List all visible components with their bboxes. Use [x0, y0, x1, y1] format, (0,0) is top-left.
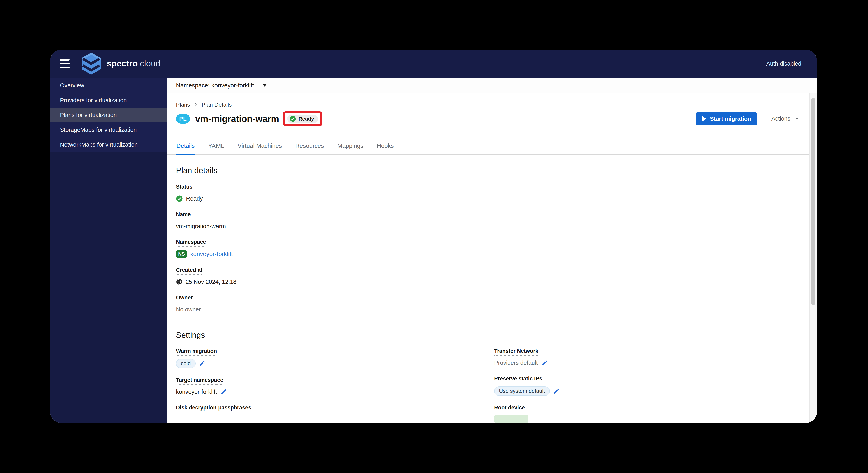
brand-light: cloud: [140, 59, 160, 68]
status-value: Ready: [176, 195, 817, 202]
settings-right-column: Transfer Network Providers default Prese…: [494, 339, 817, 423]
sidebar-item-providers[interactable]: Providers for virtualization: [50, 93, 167, 107]
preserve-static-ips-label: Preserve static IPs: [494, 376, 542, 383]
brand: spectrocloud: [81, 52, 160, 75]
sidebar-item-networkmaps[interactable]: NetworkMaps for virtualization: [50, 137, 167, 152]
pencil-icon[interactable]: [553, 388, 560, 395]
auth-status-label: Auth disabled: [766, 60, 801, 67]
namespace-label: Namespace: [176, 239, 206, 247]
field-transfer-network: Transfer Network Providers default: [494, 348, 817, 367]
namespace-link[interactable]: konveyor-forklift: [190, 251, 233, 257]
main-panel: Namespace: konveyor-forklift Plans Plan …: [167, 77, 817, 423]
play-icon: [702, 116, 706, 122]
created-at-text: 25 Nov 2024, 12:18: [186, 279, 236, 285]
field-warm-migration: Warm migration cold: [176, 348, 494, 368]
warm-migration-pill: cold: [176, 359, 196, 368]
target-namespace-text: konveyor-forklift: [176, 388, 217, 395]
title-group: PL vm-migration-warm Ready: [176, 112, 322, 126]
target-namespace-label: Target namespace: [176, 377, 223, 385]
namespace-selector-bar[interactable]: Namespace: konveyor-forklift: [167, 77, 817, 93]
actions-label: Actions: [771, 116, 790, 122]
chevron-down-icon[interactable]: [262, 84, 267, 87]
screen-background: spectrocloud Auth disabled Overview Prov…: [0, 0, 868, 473]
sidebar-item-plans[interactable]: Plans for virtualization: [50, 107, 167, 122]
vertical-scrollbar[interactable]: [809, 93, 817, 423]
settings-section: Settings Warm migration cold: [167, 330, 817, 423]
namespace-resource-badge: NS: [176, 250, 187, 258]
hamburger-menu-icon[interactable]: [60, 59, 70, 68]
field-disk-decryption: Disk decryption passphrases: [176, 405, 494, 412]
app-window: spectrocloud Auth disabled Overview Prov…: [50, 50, 817, 423]
namespace-value: NS konveyor-forklift: [176, 250, 817, 258]
sidebar-item-overview[interactable]: Overview: [50, 78, 167, 93]
warm-migration-value: cold: [176, 359, 494, 368]
pencil-icon[interactable]: [220, 388, 227, 395]
field-owner: Owner No owner: [176, 294, 817, 313]
pencil-icon[interactable]: [541, 359, 548, 366]
field-status: Status Ready: [176, 184, 817, 202]
brand-text: spectrocloud: [107, 59, 160, 68]
annotation-highlight-box: Ready: [283, 112, 322, 126]
actions-dropdown-button[interactable]: Actions: [765, 112, 805, 125]
preserve-static-ips-pill: Use system default: [494, 386, 550, 396]
name-value: vm-migration-warm: [176, 222, 817, 230]
globe-icon: [176, 279, 183, 285]
transfer-network-label: Transfer Network: [494, 348, 538, 356]
sidebar-divider: [50, 155, 167, 155]
check-circle-icon: [289, 116, 296, 122]
tab-mappings[interactable]: Mappings: [337, 139, 364, 154]
owner-label: Owner: [176, 294, 193, 302]
tab-yaml[interactable]: YAML: [208, 139, 224, 154]
chevron-down-icon: [795, 118, 799, 120]
breadcrumb: Plans Plan Details: [176, 102, 817, 108]
transfer-network-text: Providers default: [494, 359, 538, 366]
page-content: Plans Plan Details PL vm-migration-warm: [167, 93, 817, 423]
top-bar: spectrocloud Auth disabled: [50, 50, 817, 77]
check-circle-icon: [176, 195, 183, 202]
scrollbar-thumb[interactable]: [811, 98, 815, 305]
created-at-label: Created at: [176, 267, 203, 275]
status-badge-label: Ready: [298, 116, 314, 122]
disk-decryption-label: Disk decryption passphrases: [176, 405, 251, 412]
tab-virtual-machines[interactable]: Virtual Machines: [237, 139, 282, 154]
sidebar-item-storagemaps[interactable]: StorageMaps for virtualization: [50, 122, 167, 137]
field-name: Name vm-migration-warm: [176, 211, 817, 230]
field-created-at: Created at 25 Nov 2024, 12:18: [176, 267, 817, 286]
chevron-right-icon: [193, 102, 198, 107]
owner-value: No owner: [176, 306, 817, 313]
pencil-icon[interactable]: [199, 360, 206, 367]
preserve-static-ips-value: Use system default: [494, 386, 817, 396]
status-label: Status: [176, 184, 193, 191]
tab-details[interactable]: Details: [176, 139, 195, 155]
brand-bold: spectro: [107, 59, 138, 68]
sidebar: Overview Providers for virtualization Pl…: [50, 77, 167, 423]
field-root-device: Root device: [494, 405, 817, 423]
tab-hooks[interactable]: Hooks: [376, 139, 394, 154]
status-value-text: Ready: [186, 195, 203, 202]
tab-resources[interactable]: Resources: [295, 139, 324, 154]
created-at-value: 25 Nov 2024, 12:18: [176, 278, 817, 286]
field-target-namespace: Target namespace konveyor-forklift: [176, 377, 494, 396]
breadcrumb-plans[interactable]: Plans: [176, 102, 190, 108]
field-namespace: Namespace NS konveyor-forklift: [176, 239, 817, 258]
settings-left-column: Warm migration cold Target namespace: [176, 339, 494, 423]
header-actions: Start migration Actions: [695, 112, 805, 125]
page-title: vm-migration-warm: [195, 114, 279, 124]
tab-bar: Details YAML Virtual Machines Resources …: [167, 139, 817, 155]
warm-migration-label: Warm migration: [176, 348, 217, 356]
start-migration-button[interactable]: Start migration: [695, 112, 757, 125]
root-device-label: Root device: [494, 405, 525, 412]
settings-heading: Settings: [176, 330, 817, 340]
plan-details-heading: Plan details: [176, 166, 817, 175]
plan-details-section: Plan details Status Ready Name: [167, 166, 817, 313]
transfer-network-value: Providers default: [494, 359, 817, 367]
field-preserve-static-ips: Preserve static IPs Use system default: [494, 376, 817, 396]
target-namespace-value: konveyor-forklift: [176, 388, 494, 396]
spectro-cloud-logo-icon: [81, 52, 102, 75]
root-device-value-pill: [494, 415, 528, 423]
plan-resource-badge: PL: [176, 114, 190, 124]
sidebar-menu: Overview Providers for virtualization Pl…: [50, 77, 167, 152]
status-badge: Ready: [287, 115, 318, 123]
settings-grid: Warm migration cold Target namespace: [176, 339, 817, 423]
section-divider: [176, 321, 803, 321]
